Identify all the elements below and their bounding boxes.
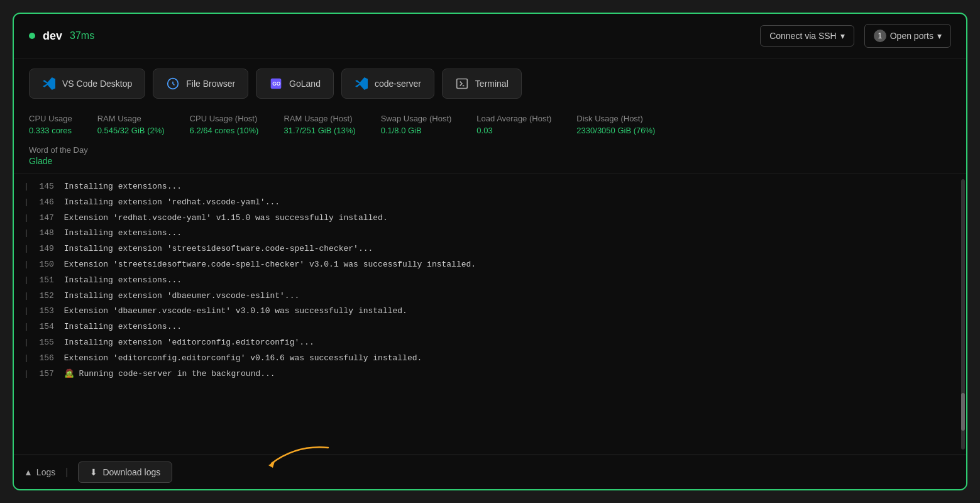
log-content[interactable]: | 145 Installing extensions... | 146 Ins…	[14, 174, 966, 455]
metric-value: 31.7/251 GiB (13%)	[284, 126, 355, 135]
chevron-down-icon: ▾	[840, 31, 845, 41]
line-number: 145	[31, 180, 54, 194]
metric-value: 0.545/32 GiB (2%)	[97, 126, 165, 135]
log-line: | 149 Installing extension 'streetsideso…	[14, 241, 966, 257]
line-number: 150	[31, 258, 54, 272]
line-separator: |	[24, 196, 29, 209]
line-separator: |	[24, 227, 29, 240]
metric-label: RAM Usage (Host)	[284, 114, 355, 123]
file-browser-button[interactable]: File Browser	[153, 69, 248, 99]
metric-value: 0.333 cores	[29, 126, 72, 135]
log-line: | 151 Installing extensions...	[14, 273, 966, 289]
scrollbar[interactable]	[961, 179, 965, 450]
line-number: 147	[31, 212, 54, 225]
line-text: 🧟 Running code-server in the background.…	[64, 368, 275, 381]
download-logs-button[interactable]: ⬇ Download logs	[78, 462, 172, 483]
line-number: 146	[31, 196, 54, 209]
terminal-button[interactable]: Terminal	[442, 69, 522, 99]
line-text: Installing extension 'editorconfig.edito…	[64, 336, 314, 350]
file-browser-label: File Browser	[186, 79, 235, 89]
log-line: | 152 Installing extension 'dbaeumer.vsc…	[14, 289, 966, 304]
vscode-desktop-button[interactable]: VS Code Desktop	[29, 69, 145, 99]
metric-label: CPU Usage (Host)	[190, 114, 259, 123]
footer: ▲ Logs | ⬇ Download logs	[14, 455, 966, 489]
goland-label: GoLand	[289, 79, 321, 89]
log-line: | 153 Extension 'dbaeumer.vscode-eslint'…	[14, 304, 966, 319]
log-line: | 154 Installing extensions...	[14, 319, 966, 335]
metric-label: Disk Usage (Host)	[576, 114, 655, 123]
logs-toggle[interactable]: ▲ Logs	[24, 467, 55, 477]
line-separator: |	[24, 180, 29, 194]
log-line: | 155 Installing extension 'editorconfig…	[14, 335, 966, 351]
connect-ssh-button[interactable]: Connect via SSH ▾	[760, 25, 854, 47]
line-separator: |	[24, 258, 29, 272]
line-text: Extension 'dbaeumer.vscode-eslint' v3.0.…	[64, 305, 407, 318]
line-number: 157	[31, 368, 54, 381]
log-line: | 157 🧟 Running code-server in the backg…	[14, 367, 966, 382]
line-separator: |	[24, 274, 29, 287]
line-number: 148	[31, 227, 54, 240]
log-line: | 145 Installing extensions...	[14, 179, 966, 195]
vscode-desktop-label: VS Code Desktop	[62, 79, 132, 89]
connect-ssh-label: Connect via SSH	[769, 31, 837, 41]
metrics-bar: CPU Usage 0.333 cores RAM Usage 0.545/32…	[14, 109, 966, 143]
line-number: 153	[31, 305, 54, 318]
scrollbar-thumb[interactable]	[961, 393, 965, 431]
metric-value: 2330/3050 GiB (76%)	[576, 126, 655, 135]
vscode-icon	[42, 77, 56, 91]
chevron-up-icon: ▲	[24, 467, 33, 477]
workspace-window: dev 37ms Connect via SSH ▾ 1 Open ports …	[13, 13, 967, 490]
metric-item: Load Average (Host) 0.03	[476, 114, 551, 135]
metric-label: CPU Usage	[29, 114, 72, 123]
download-logs-label: Download logs	[102, 467, 160, 477]
line-text: Installing extension 'streetsidesoftware…	[64, 243, 373, 256]
word-of-day-section: Word of the Day Glade	[14, 143, 966, 174]
header: dev 37ms Connect via SSH ▾ 1 Open ports …	[14, 14, 966, 58]
chevron-down-icon: ▾	[937, 31, 942, 41]
line-number: 156	[31, 352, 54, 365]
header-right: Connect via SSH ▾ 1 Open ports ▾	[760, 24, 951, 48]
metric-value: 0.03	[476, 126, 551, 135]
status-indicator	[29, 33, 35, 39]
line-text: Extension 'editorconfig.editorconfig' v0…	[64, 352, 422, 365]
line-number: 151	[31, 274, 54, 287]
open-ports-button[interactable]: 1 Open ports ▾	[864, 24, 951, 48]
svg-marker-4	[268, 462, 275, 468]
footer-divider: |	[65, 467, 68, 478]
metric-label: RAM Usage	[97, 114, 165, 123]
open-ports-label: Open ports	[890, 31, 933, 41]
svg-text:GO: GO	[272, 80, 280, 87]
line-text: Extension 'redhat.vscode-yaml' v1.15.0 w…	[64, 212, 388, 225]
log-area: | 145 Installing extensions... | 146 Ins…	[14, 174, 966, 455]
line-separator: |	[24, 336, 29, 350]
line-text: Extension 'streetsidesoftware.code-spell…	[64, 258, 476, 272]
line-separator: |	[24, 352, 29, 365]
log-line: | 156 Extension 'editorconfig.editorconf…	[14, 351, 966, 367]
metric-label: Swap Usage (Host)	[381, 114, 452, 123]
code-server-button[interactable]: code-server	[341, 69, 434, 99]
metric-label: Load Average (Host)	[476, 114, 551, 123]
filebrowser-icon	[166, 77, 180, 91]
terminal-label: Terminal	[475, 79, 509, 89]
latency-display: 37ms	[70, 30, 94, 41]
metric-item: RAM Usage (Host) 31.7/251 GiB (13%)	[284, 114, 355, 135]
line-number: 152	[31, 290, 54, 303]
word-of-day-label: Word of the Day	[29, 145, 951, 155]
line-separator: |	[24, 212, 29, 225]
line-number: 154	[31, 321, 54, 334]
metric-item: RAM Usage 0.545/32 GiB (2%)	[97, 114, 165, 135]
workspace-name: dev	[43, 30, 62, 43]
line-text: Installing extensions...	[64, 227, 182, 240]
line-number: 149	[31, 243, 54, 256]
goland-button[interactable]: GO GoLand	[256, 69, 334, 99]
metric-value: 6.2/64 cores (10%)	[190, 126, 259, 135]
word-of-day-value: Glade	[29, 156, 951, 166]
log-line: | 148 Installing extensions...	[14, 226, 966, 241]
goland-icon: GO	[269, 77, 283, 91]
line-separator: |	[24, 243, 29, 256]
line-separator: |	[24, 321, 29, 334]
line-text: Installing extensions...	[64, 321, 182, 334]
codeserver-icon	[355, 77, 368, 91]
metric-item: Swap Usage (Host) 0.1/8.0 GiB	[381, 114, 452, 135]
line-text: Installing extensions...	[64, 274, 182, 287]
